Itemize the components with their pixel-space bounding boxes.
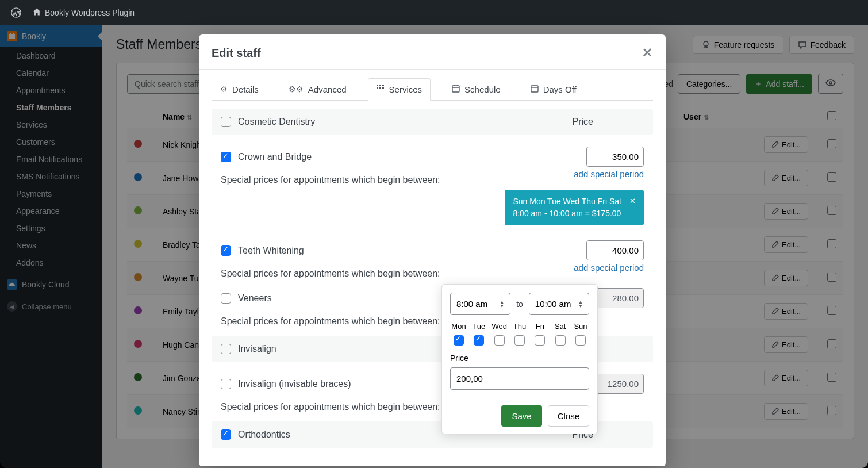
popover-close-button[interactable]: Close: [548, 405, 589, 427]
special-price-label: Special prices for appointments which be…: [221, 402, 440, 412]
calendar-clock-icon: [452, 85, 460, 94]
service-name-teeth: Teeth Whitening: [238, 245, 579, 256]
special-price-label: Special prices for appointments which be…: [221, 316, 440, 327]
stepper-icon: ▲▼: [578, 300, 583, 308]
day-checkbox-wed[interactable]: [494, 335, 505, 346]
stepper-icon: ▲▼: [500, 300, 504, 308]
badge-text: Sun Mon Tue Wed Thu Fri Sat 8:00 am - 10…: [513, 195, 621, 220]
category-name: Cosmetic Dentistry: [238, 117, 566, 127]
popover-price-input[interactable]: [450, 367, 589, 390]
grid-icon: [377, 85, 385, 94]
svg-rect-12: [452, 86, 459, 92]
special-period-badge: Sun Mon Tue Wed Thu Fri Sat 8:00 am - 10…: [505, 190, 644, 225]
service-row-teeth: Teeth Whitening Special prices for appoi…: [212, 236, 653, 283]
special-price-label: Special prices for appointments which be…: [221, 268, 440, 279]
end-time-select[interactable]: 10:00 am ▲▼: [529, 293, 589, 315]
tab-details[interactable]: ⚙ Details: [212, 78, 267, 100]
day-checkbox-sat[interactable]: [555, 335, 566, 346]
gears-icon: ⚙⚙: [289, 85, 304, 94]
wp-logo-icon[interactable]: [10, 7, 22, 18]
add-special-period-link[interactable]: add special period: [574, 169, 644, 179]
home-icon[interactable]: [32, 7, 41, 18]
modal-tabs: ⚙ Details ⚙⚙ Advanced Services Schedule …: [199, 78, 666, 100]
service-checkbox-crown[interactable]: [221, 152, 231, 162]
special-price-label: Special prices for appointments which be…: [221, 175, 440, 185]
modal-close-button[interactable]: ✕: [642, 45, 653, 61]
calendar-icon: [531, 85, 539, 94]
service-checkbox-teeth[interactable]: [221, 245, 231, 256]
tab-schedule[interactable]: Schedule: [443, 78, 509, 100]
svg-rect-7: [379, 85, 381, 86]
svg-rect-11: [382, 87, 384, 89]
service-name-crown: Crown and Bridge: [238, 152, 579, 162]
price-input-crown[interactable]: [586, 147, 644, 167]
category-checkbox[interactable]: [221, 429, 231, 440]
tab-services[interactable]: Services: [368, 78, 431, 101]
price-input-teeth[interactable]: [586, 240, 644, 260]
category-checkbox[interactable]: [221, 117, 231, 127]
site-name[interactable]: Bookly Wordpress Plugin: [45, 8, 135, 17]
popover-save-button[interactable]: Save: [501, 405, 541, 427]
modal-title: Edit staff: [212, 47, 261, 60]
service-checkbox-veneers[interactable]: [221, 293, 231, 304]
svg-rect-9: [377, 87, 378, 89]
special-period-popover: 8:00 am ▲▼ to 10:00 am ▲▼ MonTueWedThuFr…: [441, 284, 598, 434]
tab-advanced[interactable]: ⚙⚙ Advanced: [280, 78, 355, 100]
day-checkbox-sun[interactable]: [575, 335, 586, 346]
price-label: Price: [450, 354, 589, 363]
day-checkbox-thu[interactable]: [514, 335, 525, 346]
to-label: to: [516, 300, 523, 309]
badge-close-icon[interactable]: ✕: [629, 197, 636, 205]
category-checkbox[interactable]: [221, 344, 231, 354]
tab-daysoff[interactable]: Days Off: [522, 78, 585, 100]
day-checkbox-fri[interactable]: [535, 335, 545, 346]
category-header-cosmetic: Cosmetic Dentistry Price: [212, 109, 653, 135]
days-header: MonTueWedThuFriSatSun: [450, 322, 589, 331]
start-time-select[interactable]: 8:00 am ▲▼: [450, 293, 510, 315]
svg-rect-6: [377, 85, 378, 86]
day-checkbox-tue[interactable]: [474, 335, 484, 346]
svg-rect-8: [382, 85, 384, 86]
svg-rect-10: [379, 87, 381, 89]
price-header-label: Price: [573, 117, 593, 127]
add-special-period-link[interactable]: add special period: [574, 263, 644, 273]
service-row-crown: Crown and Bridge Special prices for appo…: [212, 142, 653, 230]
admin-bar: Bookly Wordpress Plugin: [0, 0, 868, 25]
svg-rect-13: [531, 86, 538, 92]
service-checkbox-invisalign[interactable]: [221, 379, 231, 389]
gear-icon: ⚙: [220, 85, 228, 94]
day-checkbox-mon[interactable]: [454, 335, 464, 346]
